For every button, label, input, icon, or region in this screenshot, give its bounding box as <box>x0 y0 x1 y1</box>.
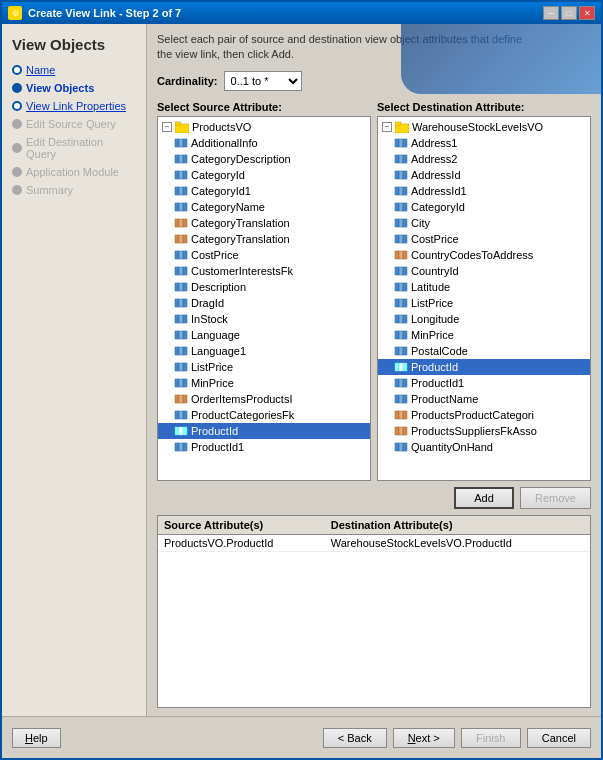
finish-button[interactable]: Finish <box>461 728 521 748</box>
dest-item-CountryCodesToAddress[interactable]: CountryCodesToAddress <box>378 247 590 263</box>
svg-rect-14 <box>175 203 179 211</box>
dest-item-ProductsSuppliersFkAsso[interactable]: ProductsSuppliersFkAsso <box>378 423 590 439</box>
dest-item-ProductId[interactable]: ProductId <box>378 359 590 375</box>
dest-item-ProductName[interactable]: ProductName <box>378 391 590 407</box>
source-item-CategoryId1[interactable]: CategoryId1 <box>158 183 370 199</box>
close-button[interactable]: ✕ <box>579 6 595 20</box>
dest-item-CountryId[interactable]: CountryId <box>378 263 590 279</box>
sidebar-item-view-objects[interactable]: View Objects <box>2 79 146 97</box>
dest-item-Latitude[interactable]: Latitude <box>378 279 590 295</box>
source-item-AdditionalInfo[interactable]: AdditionalInfo <box>158 135 370 151</box>
dest-item-Address1[interactable]: Address1 <box>378 135 590 151</box>
svg-rect-106 <box>395 363 399 371</box>
source-item-label: ProductCategoriesFk <box>191 409 294 421</box>
svg-rect-28 <box>183 267 187 275</box>
destination-root-node[interactable]: − WarehouseStockLevelsVO <box>378 119 590 135</box>
dest-item-label: CountryId <box>411 265 459 277</box>
dest-item-City[interactable]: City <box>378 215 590 231</box>
source-item-CustomerInterestsFk[interactable]: CustomerInterestsFk <box>158 263 370 279</box>
svg-rect-47 <box>175 379 179 387</box>
dest-item-AddressId[interactable]: AddressId <box>378 167 590 183</box>
dest-item-CostPrice[interactable]: CostPrice <box>378 231 590 247</box>
sidebar-item-view-link-props[interactable]: View Link Properties <box>2 97 146 115</box>
source-item-ListPrice[interactable]: ListPrice <box>158 359 370 375</box>
help-label-rest: elp <box>33 732 48 744</box>
source-item-CategoryTranslation2[interactable]: CategoryTranslation <box>158 231 370 247</box>
source-item-CategoryDescription[interactable]: CategoryDescription <box>158 151 370 167</box>
source-item-Language[interactable]: Language <box>158 327 370 343</box>
dest-item-QuantityOnHand[interactable]: QuantityOnHand <box>378 439 590 455</box>
source-item-ProductCategoriesFk[interactable]: ProductCategoriesFk <box>158 407 370 423</box>
source-item-InStock[interactable]: InStock <box>158 311 370 327</box>
dest-item-AddressId1[interactable]: AddressId1 <box>378 183 590 199</box>
dest-item-ListPrice[interactable]: ListPrice <box>378 295 590 311</box>
sidebar-dot-app-module <box>12 167 22 177</box>
source-item-Description[interactable]: Description <box>158 279 370 295</box>
source-root-label: ProductsVO <box>192 121 251 133</box>
source-item-OrderItemsProductsI[interactable]: OrderItemsProductsI <box>158 391 370 407</box>
svg-rect-109 <box>395 379 399 387</box>
title-bar: ⚙ Create View Link - Step 2 of 7 ─ □ ✕ <box>2 2 601 24</box>
dest-item-CategoryId[interactable]: CategoryId <box>378 199 590 215</box>
minimize-button[interactable]: ─ <box>543 6 559 20</box>
mapping-table-container[interactable]: Source Attribute(s) Destination Attribut… <box>157 515 591 708</box>
sidebar-label-view-link-props: View Link Properties <box>26 100 126 112</box>
svg-rect-65 <box>399 139 403 147</box>
source-item-DragId[interactable]: DragId <box>158 295 370 311</box>
source-item-CategoryTranslation1[interactable]: CategoryTranslation <box>158 215 370 231</box>
field-icon <box>174 153 188 165</box>
field-icon <box>174 313 188 325</box>
source-item-ProductId[interactable]: ProductId <box>158 423 370 439</box>
help-button[interactable]: Help <box>12 728 61 748</box>
svg-rect-49 <box>183 379 187 387</box>
source-root-node[interactable]: − ProductsVO <box>158 119 370 135</box>
next-label-rest: ext > <box>416 732 440 744</box>
source-expand-btn[interactable]: − <box>162 122 172 132</box>
dest-item-PostalCode[interactable]: PostalCode <box>378 343 590 359</box>
source-item-Language1[interactable]: Language1 <box>158 343 370 359</box>
field-link-icon <box>174 233 188 245</box>
source-item-MinPrice[interactable]: MinPrice <box>158 375 370 391</box>
back-button[interactable]: < Back <box>323 728 387 748</box>
source-item-ProductId1[interactable]: ProductId1 <box>158 439 370 455</box>
maximize-button[interactable]: □ <box>561 6 577 20</box>
dest-item-MinPrice[interactable]: MinPrice <box>378 327 590 343</box>
add-button[interactable]: Add <box>454 487 514 509</box>
svg-rect-107 <box>399 363 403 371</box>
cardinality-select[interactable]: 0..1 to * 1 to * 0..1 to 0..1 1 to 1 <box>224 71 302 91</box>
destination-panel: Select Destination Attribute: − Warehous… <box>377 101 591 481</box>
dest-item-label: ProductName <box>411 393 478 405</box>
field-link-icon <box>174 217 188 229</box>
remove-button[interactable]: Remove <box>520 487 591 509</box>
dest-item-ProductId1[interactable]: ProductId1 <box>378 375 590 391</box>
sidebar-item-name[interactable]: Name <box>2 61 146 79</box>
dest-item-Longitude[interactable]: Longitude <box>378 311 590 327</box>
svg-rect-105 <box>403 347 407 355</box>
source-item-CostPrice[interactable]: CostPrice <box>158 247 370 263</box>
svg-rect-6 <box>179 155 183 163</box>
sidebar-dot-name <box>12 65 22 75</box>
sidebar-item-summary: Summary <box>2 181 146 199</box>
field-icon <box>394 137 408 149</box>
source-item-CategoryName[interactable]: CategoryName <box>158 199 370 215</box>
source-item-CategoryId[interactable]: CategoryId <box>158 167 370 183</box>
svg-rect-11 <box>175 187 179 195</box>
source-tree-container[interactable]: − ProductsVO AdditionalInfo CategoryDesc… <box>157 116 371 481</box>
cancel-button[interactable]: Cancel <box>527 728 591 748</box>
destination-tree-container[interactable]: − WarehouseStockLevelsVO Address1 Addres… <box>377 116 591 481</box>
svg-rect-20 <box>175 235 179 243</box>
dest-item-ProductsProductCategori[interactable]: ProductsProductCategori <box>378 407 590 423</box>
destination-expand-btn[interactable]: − <box>382 122 392 132</box>
field-icon <box>174 169 188 181</box>
svg-rect-48 <box>179 379 183 387</box>
svg-rect-54 <box>179 411 183 419</box>
svg-rect-58 <box>183 427 187 435</box>
field-icon <box>174 345 188 357</box>
next-button[interactable]: Next > <box>393 728 455 748</box>
dest-item-label: AddressId <box>411 169 461 181</box>
dest-item-Address2[interactable]: Address2 <box>378 151 590 167</box>
source-panel: Select Source Attribute: − ProductsVO <box>157 101 371 481</box>
source-item-label: Language1 <box>191 345 246 357</box>
source-item-label: CategoryId <box>191 169 245 181</box>
table-row[interactable]: ProductsVO.ProductId WarehouseStockLevel… <box>158 534 590 551</box>
